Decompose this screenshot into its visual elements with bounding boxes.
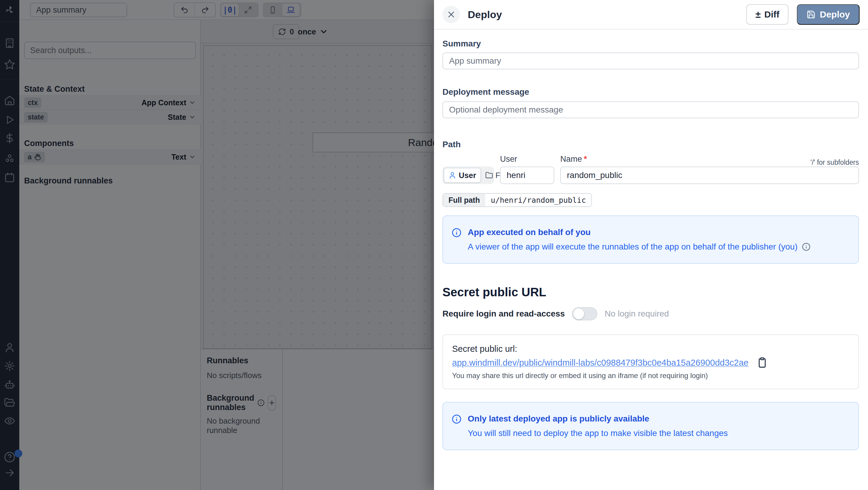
windmill-app-editor: |0| — [0, 0, 868, 490]
path-user-label: User — [500, 154, 554, 164]
full-path-label: Full path — [443, 194, 485, 206]
info-icon — [452, 228, 462, 252]
owner-user-option[interactable]: User — [444, 168, 481, 183]
info-icon[interactable] — [802, 242, 811, 251]
diff-button[interactable]: ± Diff — [746, 4, 788, 25]
save-icon — [807, 10, 815, 19]
exec-info-box: App executed on behalf of you A viewer o… — [442, 215, 859, 264]
drawer-title: Deploy — [468, 9, 502, 21]
path-label: Path — [442, 139, 859, 150]
path-name-field[interactable] — [560, 167, 859, 184]
full-path: Full path u/henri/random_public — [442, 193, 592, 207]
full-path-value: u/henri/random_public — [485, 194, 591, 206]
folder-icon — [485, 171, 493, 179]
exec-info-title: App executed on behalf of you — [468, 227, 811, 238]
drawer-header: Deploy ± Diff Deploy — [434, 0, 868, 30]
close-button[interactable] — [442, 6, 460, 23]
latest-info-body: You will still need to deploy the app to… — [468, 428, 728, 439]
secret-url-label: Secret public url: — [452, 343, 849, 354]
require-login-toggle[interactable] — [572, 307, 597, 320]
plus-minus-icon: ± — [755, 9, 761, 20]
close-icon — [447, 10, 456, 19]
exec-info-body: A viewer of the app will execute the run… — [468, 241, 798, 252]
info-icon — [452, 414, 462, 439]
summary-field[interactable] — [442, 53, 859, 69]
user-icon — [448, 171, 456, 179]
clipboard-icon[interactable] — [756, 357, 768, 369]
drawer-body: Summary Deployment message Path User — [434, 30, 868, 450]
secret-url-note: You may share this url directly or embed… — [452, 371, 849, 380]
secret-url-link[interactable]: app.windmill.dev/public/windmill-labs/c0… — [452, 357, 748, 369]
require-login-label: Require login and read-access — [442, 309, 565, 319]
deployment-message-field[interactable] — [442, 102, 859, 118]
latest-info-title: Only latest deployed app is publicly ava… — [468, 413, 728, 424]
deploy-drawer: Deploy ± Diff Deploy Summary Deployment … — [434, 0, 868, 490]
deployment-message-label: Deployment message — [442, 87, 859, 97]
latest-info-box: Only latest deployed app is publicly ava… — [442, 402, 859, 450]
deploy-button[interactable]: Deploy — [797, 4, 860, 25]
toggle-state-label: No login required — [604, 309, 669, 319]
required-asterisk: * — [584, 154, 587, 164]
secret-url-box: Secret public url: app.windmill.dev/publ… — [442, 334, 859, 389]
subfolder-hint: '/' for subfolders — [810, 158, 859, 167]
secret-url-title: Secret public URL — [442, 285, 859, 299]
path-user-field[interactable] — [500, 167, 554, 184]
summary-label: Summary — [442, 39, 859, 49]
drawer-backdrop[interactable] — [0, 0, 434, 490]
path-name-label: Name* — [560, 154, 587, 164]
owner-toggle: User Folder — [442, 167, 494, 184]
